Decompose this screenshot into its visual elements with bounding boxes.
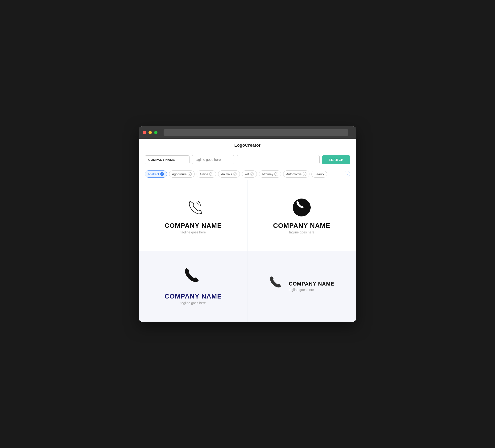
check-icon-airline: ✓ <box>209 172 213 176</box>
check-icon-agriculture: ✓ <box>188 172 192 176</box>
maximize-button[interactable] <box>154 131 157 134</box>
logo-icon-4 <box>269 276 285 293</box>
check-icon-art: ✓ <box>250 172 254 176</box>
logo-icon-2 <box>291 197 312 218</box>
category-chip-automotive[interactable]: Automotive ✓ <box>283 170 309 178</box>
logo-card-1[interactable]: COMPANY NAME tagline goes here <box>139 180 248 251</box>
check-icon-animals: ✓ <box>233 172 237 176</box>
tagline-2: tagline goes here <box>289 230 314 234</box>
category-label: Agriculture <box>172 172 187 176</box>
category-chip-airline[interactable]: Airline ✓ <box>197 170 216 178</box>
app-content: LogoCreator SEARCH Abstract ✓ Agricultur… <box>139 139 356 322</box>
logo-inline-text-4: COMPANY NAME tagline goes here <box>289 281 334 292</box>
category-chip-animals[interactable]: Animals ✓ <box>218 170 240 178</box>
tagline-3: tagline goes here <box>180 301 206 305</box>
company-name-input[interactable] <box>145 155 190 164</box>
browser-window: LogoCreator SEARCH Abstract ✓ Agricultur… <box>139 126 356 322</box>
app-header: LogoCreator <box>139 139 356 151</box>
company-name-3: COMPANY NAME <box>165 293 222 300</box>
category-chip-attorney[interactable]: Attorney ✓ <box>259 170 281 178</box>
company-name-1: COMPANY NAME <box>165 222 222 229</box>
category-label: Animals <box>221 172 232 176</box>
tagline-4: tagline goes here <box>289 288 334 292</box>
logo-icon-1 <box>183 197 204 218</box>
tagline-input[interactable] <box>192 155 234 164</box>
tagline-1: tagline goes here <box>180 230 206 234</box>
category-chip-art[interactable]: Art ✓ <box>242 170 257 178</box>
logo-icon-3 <box>184 268 203 289</box>
category-chip-abstract[interactable]: Abstract ✓ <box>145 170 167 178</box>
close-button[interactable] <box>143 131 146 134</box>
category-label: Beauty <box>315 172 324 176</box>
category-label: Attorney <box>262 172 273 176</box>
company-name-4: COMPANY NAME <box>289 281 334 287</box>
address-bar <box>164 129 348 136</box>
logo-card-2[interactable]: COMPANY NAME tagline goes here <box>248 180 356 251</box>
logo-grid: COMPANY NAME tagline goes here COMPANY N… <box>139 180 356 322</box>
logo-inline-4: COMPANY NAME tagline goes here <box>269 276 334 297</box>
category-label: Abstract <box>148 172 159 176</box>
next-categories-button[interactable]: → <box>344 171 350 177</box>
check-icon-abstract: ✓ <box>160 172 164 176</box>
category-bar: Abstract ✓ Agriculture ✓ Airline ✓ Anima… <box>139 168 356 180</box>
logo-card-4[interactable]: COMPANY NAME tagline goes here <box>248 251 356 322</box>
search-bar: SEARCH <box>139 151 356 168</box>
category-chip-beauty[interactable]: Beauty <box>311 171 327 178</box>
check-icon-attorney: ✓ <box>274 172 278 176</box>
extra-search-input[interactable] <box>237 155 320 164</box>
category-label: Airline <box>200 172 208 176</box>
search-button[interactable]: SEARCH <box>322 155 350 164</box>
category-label: Automotive <box>286 172 302 176</box>
app-title: LogoCreator <box>234 143 261 148</box>
logo-card-3[interactable]: COMPANY NAME tagline goes here <box>139 251 248 322</box>
browser-titlebar <box>139 126 356 139</box>
category-chip-agriculture[interactable]: Agriculture ✓ <box>169 170 195 178</box>
check-icon-automotive: ✓ <box>303 172 306 176</box>
category-label: Art <box>245 172 249 176</box>
company-name-2: COMPANY NAME <box>273 222 330 229</box>
minimize-button[interactable] <box>149 131 152 134</box>
